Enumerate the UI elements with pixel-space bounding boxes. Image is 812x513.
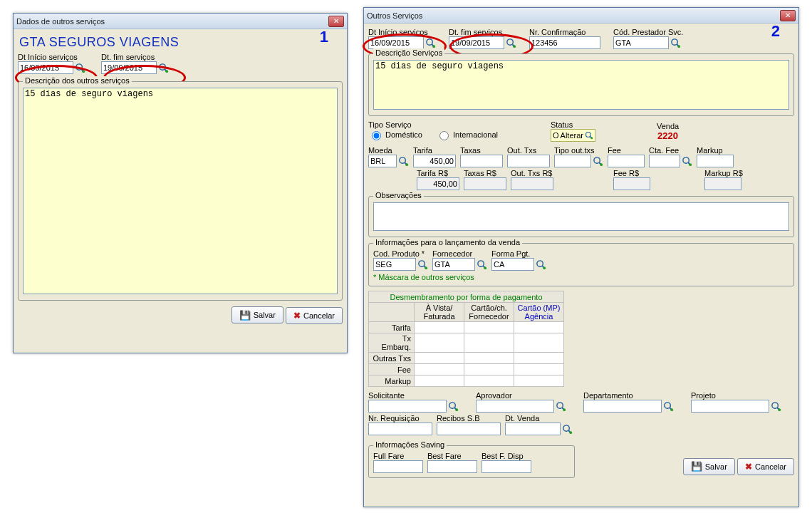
lookup-icon[interactable] bbox=[397, 155, 409, 167]
nrreq-input[interactable] bbox=[368, 423, 432, 435]
annotation-1: 1 bbox=[320, 28, 328, 46]
desc-label: Descrição dos outros serviços bbox=[23, 76, 132, 85]
lookup-icon[interactable] bbox=[157, 62, 169, 73]
bestdisp-label: Best F. Disp bbox=[482, 452, 531, 460]
venda-label: Venda bbox=[657, 122, 679, 130]
dt-inicio-input[interactable] bbox=[368, 36, 424, 49]
prestador-input[interactable] bbox=[613, 36, 669, 49]
lookup-icon[interactable] bbox=[425, 37, 436, 48]
dt-fim-input[interactable] bbox=[449, 36, 504, 49]
lookup-icon[interactable] bbox=[681, 155, 692, 167]
save-button[interactable]: 💾Salvar bbox=[231, 306, 283, 323]
page-title: GTA SEGUROS VIAGENS bbox=[19, 35, 343, 50]
dt-fim-input[interactable] bbox=[101, 61, 157, 74]
taxas-input[interactable] bbox=[460, 155, 503, 167]
save-button[interactable]: 💾Salvar bbox=[683, 458, 735, 475]
tarifa-input[interactable] bbox=[413, 155, 456, 167]
window2-title: Outros Serviços bbox=[367, 11, 779, 20]
confirm-input[interactable] bbox=[529, 36, 600, 49]
taxasrs-label: Taxas R$ bbox=[464, 169, 506, 177]
tarifars-label: Tarifa R$ bbox=[417, 169, 459, 177]
bestfare-input[interactable] bbox=[427, 460, 477, 473]
grid-title: Desmembramento por forma de pagamento bbox=[369, 291, 564, 303]
feers-label: Fee R$ bbox=[613, 169, 650, 177]
solic-input[interactable] bbox=[368, 400, 447, 413]
dt-fim-label: Dt. fim serviços bbox=[101, 53, 169, 61]
close-icon[interactable]: ✕ bbox=[328, 16, 344, 27]
radio-domestico[interactable]: Doméstico bbox=[368, 129, 422, 140]
cancel-label: Cancelar bbox=[303, 311, 335, 320]
obs-textarea[interactable] bbox=[373, 202, 789, 231]
tipoout-input[interactable] bbox=[554, 155, 591, 167]
lookup-icon[interactable] bbox=[561, 423, 573, 435]
aprov-label: Aprovador bbox=[476, 391, 579, 400]
desc-textarea[interactable] bbox=[373, 60, 789, 110]
moeda-input[interactable] bbox=[368, 155, 397, 167]
fullfare-input[interactable] bbox=[373, 460, 423, 473]
aprov-input[interactable] bbox=[476, 400, 554, 413]
confirm-label: Nr. Confirmação bbox=[529, 28, 600, 36]
cancel-label: Cancelar bbox=[755, 462, 786, 471]
radio-domestico-input[interactable] bbox=[372, 131, 381, 140]
lookup-icon[interactable] bbox=[74, 62, 85, 73]
projeto-label: Projeto bbox=[691, 391, 794, 400]
desc-label: Descrição Serviços bbox=[373, 48, 444, 57]
lookup-icon[interactable] bbox=[417, 259, 428, 270]
lookup-icon[interactable] bbox=[670, 37, 681, 48]
window1-title: Dados de outros serviços bbox=[16, 17, 327, 26]
dt-inicio-label: Dt Início serviços bbox=[18, 53, 85, 61]
fee-input[interactable] bbox=[608, 155, 645, 167]
obs-label: Observações bbox=[373, 191, 424, 200]
radio-internacional-input[interactable] bbox=[439, 131, 449, 140]
cancel-button[interactable]: ✖Cancelar bbox=[286, 307, 343, 324]
lookup-icon[interactable] bbox=[592, 155, 603, 167]
lookup-icon[interactable] bbox=[555, 400, 566, 412]
lookup-icon[interactable] bbox=[770, 400, 781, 412]
fornec-input[interactable] bbox=[432, 258, 475, 271]
cancel-icon: ✖ bbox=[745, 462, 752, 472]
desc-textarea[interactable] bbox=[23, 88, 338, 294]
dt-fim-label: Dt. fim serviços bbox=[449, 28, 516, 36]
markup-label: Markup bbox=[697, 146, 734, 155]
projeto-input[interactable] bbox=[691, 400, 769, 413]
close-icon[interactable]: ✕ bbox=[780, 10, 796, 21]
ctafee-input[interactable] bbox=[649, 155, 680, 167]
payment-breakdown-table: Desmembramento por forma de pagamento À … bbox=[368, 291, 564, 387]
formapgt-label: Forma Pgt. bbox=[491, 249, 546, 258]
feers-input bbox=[613, 177, 650, 190]
tipo-label: Tipo Serviço bbox=[368, 120, 532, 129]
recibos-label: Recibos S.B bbox=[437, 414, 501, 423]
lookup-icon[interactable] bbox=[505, 37, 516, 48]
status-prefix: O bbox=[553, 131, 559, 140]
radio-domestico-label: Doméstico bbox=[385, 130, 422, 139]
dtvenda-input[interactable] bbox=[505, 423, 561, 435]
markup-input[interactable] bbox=[697, 155, 734, 167]
formapgt-input[interactable] bbox=[491, 258, 534, 271]
codprod-input[interactable] bbox=[373, 258, 416, 271]
mask-note: * Máscara de outros serviços bbox=[373, 273, 789, 281]
lookup-icon[interactable] bbox=[447, 400, 459, 412]
moeda-label: Moeda bbox=[368, 146, 409, 155]
cancel-button[interactable]: ✖Cancelar bbox=[737, 458, 794, 475]
status-label: Status bbox=[551, 120, 595, 129]
saving-label: Informações Saving bbox=[373, 440, 447, 449]
info-lanc-label: Informações para o lançamento da venda bbox=[373, 238, 522, 247]
col-cartao-forn: Cartão/ch. Fornecedor bbox=[464, 303, 514, 322]
col-avista: À Vista/ Faturada bbox=[415, 303, 464, 322]
lookup-icon[interactable] bbox=[662, 400, 674, 412]
tarifars-input bbox=[417, 177, 459, 190]
lookup-icon[interactable] bbox=[476, 259, 487, 270]
lookup-icon[interactable] bbox=[535, 259, 546, 270]
outtxs-input[interactable] bbox=[507, 155, 550, 167]
radio-internacional-label: Internacional bbox=[453, 130, 498, 139]
cancel-icon: ✖ bbox=[293, 311, 301, 321]
status-text: Alterar bbox=[561, 131, 583, 140]
depto-input[interactable] bbox=[583, 400, 662, 413]
dt-inicio-label: Dt Início serviços bbox=[368, 28, 436, 36]
radio-internacional[interactable]: Internacional bbox=[436, 129, 498, 140]
recibos-input[interactable] bbox=[437, 423, 501, 435]
bestdisp-input[interactable] bbox=[482, 460, 531, 473]
status-alterar-button[interactable]: OAlterar bbox=[551, 129, 595, 142]
tarifa-label: Tarifa bbox=[413, 146, 456, 155]
dt-inicio-input[interactable] bbox=[18, 61, 73, 74]
